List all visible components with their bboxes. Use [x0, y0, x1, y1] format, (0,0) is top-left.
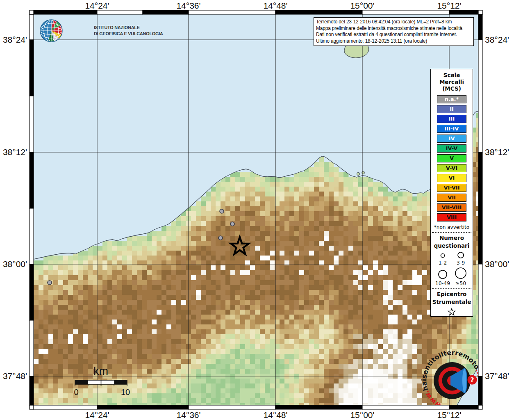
- questionnaire-circle-icon: [436, 269, 450, 280]
- scale-end-label: 10: [121, 388, 130, 397]
- questionnaire-count-title: Numero questionari: [434, 234, 470, 250]
- legend-divider: [432, 232, 471, 233]
- intensity-swatch-vii: VII: [437, 194, 466, 202]
- event-info-box: Terremoto del 23-12-2016 08:42:04 (ora l…: [314, 17, 474, 46]
- questionnaire-size-item: 3-9: [452, 251, 470, 266]
- intensity-swatch-viiviii: VII-VIII: [437, 203, 466, 212]
- ingv-org-line2: DI GEOFISICA E VULCANOLOGIA: [94, 31, 163, 37]
- intensity-swatch-vivii: VI-VII: [437, 184, 466, 192]
- intensity-swatch-ii: II: [437, 105, 466, 113]
- na-marker: [220, 209, 224, 213]
- legend-footnote: *non avvertito: [434, 224, 469, 230]
- na-marker: [230, 222, 234, 226]
- megaphone-cap: [462, 368, 467, 393]
- intensity-swatch-viii: VIII: [437, 213, 466, 221]
- event-info-line4: Ultimo aggiornamento: 18-12-2025 13:11 (…: [316, 38, 471, 45]
- na-marker: [218, 236, 223, 240]
- legend-panel: Scala Mercalli (MCS) n.a.*IIIIIIII-IVIVI…: [430, 69, 473, 317]
- questionnaire-size-item: 1-2: [434, 251, 452, 266]
- macroseismic-map-figure: km 0 10 www.haisentitoilterremot: [0, 0, 514, 420]
- intensity-swatch-iv: IV: [437, 135, 466, 143]
- questionnaire-circle-icon: [436, 252, 450, 259]
- intensity-swatch-iiiiv: III-IV: [437, 125, 466, 133]
- legend-divider: [432, 288, 471, 289]
- questionnaire-size-key: 1-23-910-49≥50: [434, 251, 470, 286]
- ingv-org-line1: ISTITUTO NAZIONALE: [94, 25, 163, 31]
- intensity-swatch-ivv: IV-V: [437, 144, 466, 153]
- questionnaire-circle-icon: [454, 251, 468, 259]
- question-mark: ?: [470, 376, 474, 384]
- ingv-logo-wordmark: ISTITUTO NAZIONALE DI GEOFISICA E VULCAN…: [94, 25, 163, 37]
- intensity-swatch-v: V: [437, 154, 466, 162]
- legend-title: Scala Mercalli (MCS): [439, 72, 464, 92]
- scale-unit-label: km: [93, 365, 108, 377]
- event-info-line2: Mappa preliminare delle intensità macros…: [316, 25, 471, 32]
- questionnaire-size-item: ≥50: [452, 267, 470, 286]
- intensity-swatch-vi: VI: [437, 174, 466, 182]
- questionnaire-size-item: 10-49: [434, 267, 452, 286]
- epicenter-key-star-icon: [446, 307, 457, 317]
- intensity-swatch-na: n.a.*: [437, 95, 466, 103]
- intensity-swatch-iii: III: [437, 115, 466, 123]
- intensity-swatch-vvi: V-VI: [437, 164, 466, 172]
- na-marker: [48, 281, 52, 285]
- questionnaire-circle-icon: [454, 267, 468, 280]
- intensity-scale-list: n.a.*IIIIIIII-IVIVIV-VVV-VIVIVI-VIIVIIVI…: [437, 95, 466, 221]
- ingv-logo-globe: [40, 20, 62, 42]
- islet: [357, 173, 360, 176]
- epicenter-key-title: Epicentro Strumentale: [432, 290, 471, 306]
- event-info-line3: Dati non verificati estratti da 4 questi…: [316, 32, 471, 38]
- scale-start-label: 0: [74, 388, 78, 397]
- event-info-line1: Terremoto del 23-12-2016 08:42:04 (ora l…: [316, 19, 471, 25]
